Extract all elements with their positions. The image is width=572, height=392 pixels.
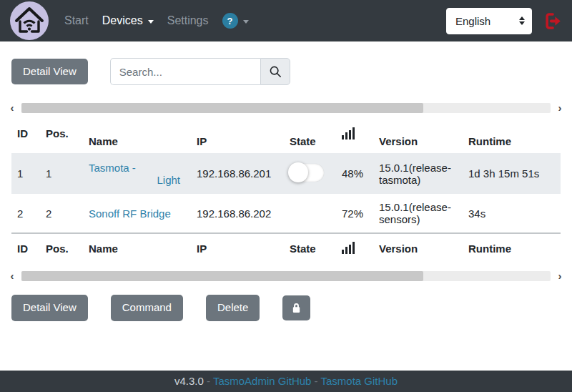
nav-item-help[interactable]: ?	[222, 13, 249, 29]
footer-separator: -	[315, 375, 318, 387]
device-name-link[interactable]: Tasmota -Light	[89, 162, 180, 186]
devices-table: ID Pos. Name IP State Version Runtime 1 …	[11, 122, 561, 263]
home-wifi-logo-icon	[10, 1, 49, 40]
device-ip: 192.168.86.202	[191, 194, 284, 233]
detail-view-button-top[interactable]: Detail View	[11, 59, 88, 85]
header-version[interactable]: Version	[373, 233, 463, 263]
logout-button[interactable]	[543, 11, 562, 31]
signal-bars-icon	[342, 242, 355, 254]
scroll-right-icon[interactable]: ›	[551, 270, 569, 282]
nav-item-devices-label: Devices	[102, 14, 143, 27]
scrollbar-thumb[interactable]	[21, 103, 423, 113]
device-row-2: 2 2 Sonoff RF Bridge 192.168.86.202 72% …	[11, 194, 561, 233]
device-id: 1	[11, 153, 40, 194]
table-header-row-bottom: ID Pos. Name IP State Version Runtime	[11, 233, 561, 263]
search-group	[110, 58, 290, 85]
nav-item-start[interactable]: Start	[64, 14, 89, 27]
footer: v4.3.0 - TasmoAdmin GitHub - Tasmota Git…	[0, 371, 572, 392]
header-version[interactable]: Version	[373, 122, 463, 153]
toolbar-top: Detail View	[11, 58, 561, 85]
device-runtime: 1d 3h 15m 51s	[463, 153, 561, 194]
header-state[interactable]: State	[284, 122, 336, 153]
language-select-wrap: English	[446, 8, 532, 34]
tasmoadmin-logo[interactable]	[10, 1, 49, 40]
signal-bars-icon	[342, 127, 355, 139]
device-state-cell	[284, 153, 336, 194]
header-state[interactable]: State	[284, 233, 336, 263]
tasmoadmin-devices-page: Start Devices Settings ? English	[0, 0, 572, 392]
nav-item-settings-label: Settings	[167, 14, 209, 27]
device-signal: 72%	[336, 194, 373, 233]
nav-item-start-label: Start	[64, 14, 89, 27]
tasmota-github-link[interactable]: Tasmota GitHub	[321, 375, 398, 387]
device-version: 15.0.1(release-tasmota)	[373, 153, 463, 194]
header-id[interactable]: ID	[11, 233, 40, 263]
chevron-down-icon	[243, 20, 249, 24]
table-header-row-top: ID Pos. Name IP State Version Runtime	[11, 122, 561, 153]
header-runtime[interactable]: Runtime	[463, 233, 561, 263]
header-id[interactable]: ID	[11, 122, 40, 153]
device-name-line1: Tasmota -	[89, 162, 136, 174]
delete-button[interactable]: Delete	[206, 295, 260, 321]
magnifier-icon	[269, 65, 282, 78]
device-name-cell: Tasmota -Light	[83, 153, 191, 194]
lock-icon	[291, 302, 302, 314]
chevron-down-icon	[148, 20, 154, 24]
device-runtime: 34s	[463, 194, 561, 233]
device-name-line2: Light	[89, 174, 180, 186]
command-button[interactable]: Command	[111, 295, 183, 321]
device-pos: 1	[40, 153, 83, 194]
language-select[interactable]: English	[446, 8, 532, 34]
scroll-right-icon[interactable]: ›	[551, 102, 569, 114]
toolbar-bottom: Detail View Command Delete	[11, 295, 561, 321]
nav-item-devices[interactable]: Devices	[102, 14, 154, 27]
toggle-knob	[288, 162, 308, 182]
detail-view-button-bottom[interactable]: Detail View	[11, 295, 88, 321]
header-signal[interactable]	[336, 233, 373, 263]
header-ip[interactable]: IP	[191, 122, 284, 153]
table-hscrollbar-bottom: ‹ ›	[3, 270, 569, 282]
header-name[interactable]: Name	[83, 233, 191, 263]
device-signal: 48%	[336, 153, 373, 194]
lock-button[interactable]	[282, 295, 310, 320]
device-pos: 2	[40, 194, 83, 233]
app-version: v4.3.0	[174, 375, 204, 387]
footer-separator: -	[207, 375, 210, 387]
device-state-cell	[284, 194, 336, 233]
header-ip[interactable]: IP	[191, 233, 284, 263]
search-button[interactable]	[260, 58, 290, 85]
nav-links: Start Devices Settings ?	[64, 13, 262, 29]
nav-item-settings[interactable]: Settings	[167, 14, 209, 27]
navbar: Start Devices Settings ? English	[0, 0, 572, 41]
tasmoadmin-github-link[interactable]: TasmoAdmin GitHub	[213, 375, 312, 387]
navbar-right: English	[446, 8, 562, 34]
scroll-left-icon[interactable]: ‹	[3, 270, 21, 282]
header-signal[interactable]	[336, 122, 373, 153]
table-hscrollbar-top: ‹ ›	[3, 102, 569, 114]
scrollbar-thumb[interactable]	[21, 271, 423, 281]
header-name[interactable]: Name	[83, 122, 191, 153]
device-version: 15.0.1(release-sensors)	[373, 194, 463, 233]
device-row-1: 1 1 Tasmota -Light 192.168.86.201 48% 15…	[11, 153, 561, 194]
search-input[interactable]	[110, 58, 260, 85]
sign-out-icon	[543, 11, 562, 31]
power-toggle[interactable]	[290, 164, 324, 182]
scrollbar-track[interactable]	[21, 271, 551, 281]
scroll-left-icon[interactable]: ‹	[3, 102, 21, 114]
device-name-cell: Sonoff RF Bridge	[83, 194, 191, 233]
scrollbar-track[interactable]	[21, 103, 551, 113]
header-pos[interactable]: Pos.	[40, 233, 83, 263]
device-ip: 192.168.86.201	[191, 153, 284, 194]
device-id: 2	[11, 194, 40, 233]
header-runtime[interactable]: Runtime	[463, 122, 561, 153]
device-name-link[interactable]: Sonoff RF Bridge	[89, 207, 171, 220]
question-mark-icon: ?	[222, 13, 238, 29]
header-pos[interactable]: Pos.	[40, 122, 83, 153]
